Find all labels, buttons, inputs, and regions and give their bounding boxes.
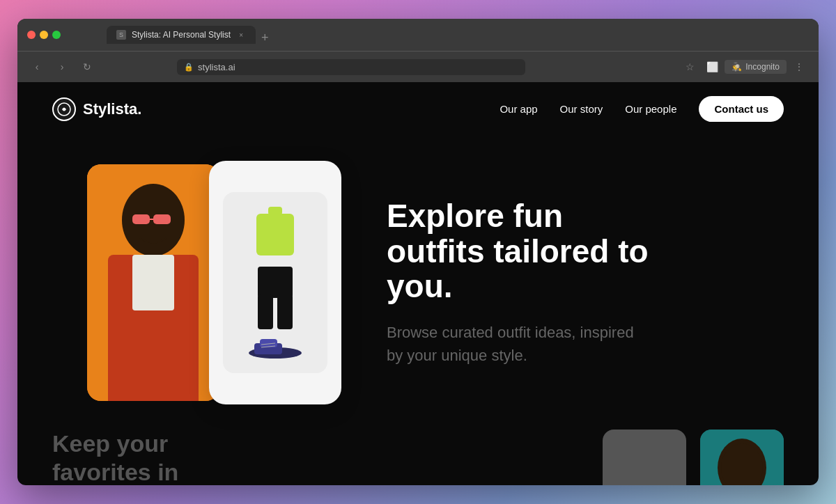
url-text: stylista.ai bbox=[198, 62, 235, 72]
nav-contact-us[interactable]: Contact us bbox=[699, 96, 784, 122]
peek-card-grey bbox=[603, 430, 686, 485]
tab-favicon: S bbox=[116, 30, 126, 40]
nav-our-people[interactable]: Our people bbox=[625, 103, 676, 115]
svg-rect-6 bbox=[153, 214, 171, 224]
bottom-peek-section: Keep your favorites in bbox=[17, 430, 819, 485]
nav-our-app[interactable]: Our app bbox=[500, 103, 537, 115]
more-button[interactable]: ⋮ bbox=[789, 57, 809, 77]
svg-rect-11 bbox=[258, 294, 273, 329]
hero-cards bbox=[87, 157, 345, 408]
logo-icon bbox=[52, 97, 76, 121]
svg-rect-18 bbox=[700, 430, 784, 485]
nav-actions: ☆ ⬜ 🕵 Incognito ⋮ bbox=[680, 57, 809, 77]
close-button[interactable] bbox=[27, 31, 36, 39]
tab-title: Stylista: AI Personal Stylist bbox=[132, 30, 231, 40]
person-figure bbox=[87, 164, 219, 401]
back-button[interactable]: ‹ bbox=[27, 57, 47, 77]
incognito-label: Incognito bbox=[745, 62, 780, 72]
peek-card-teal bbox=[700, 430, 784, 485]
minimize-button[interactable] bbox=[40, 31, 48, 39]
tab-bar: S Stylista: AI Personal Stylist × + bbox=[97, 26, 809, 44]
lock-icon: 🔒 bbox=[184, 63, 194, 72]
bottom-text-line1: Keep your bbox=[52, 430, 178, 458]
person-card bbox=[87, 164, 219, 401]
incognito-badge: 🕵 Incognito bbox=[725, 60, 787, 74]
browser-titlebar: S Stylista: AI Personal Stylist × + bbox=[17, 19, 819, 51]
nav-links: Our app Our story Our people Contact us bbox=[500, 96, 784, 122]
nav-our-story[interactable]: Our story bbox=[560, 103, 603, 115]
outfit-top-icon bbox=[251, 207, 300, 259]
outfit-shoe-icon bbox=[247, 338, 303, 359]
extensions-button[interactable]: ⬜ bbox=[702, 57, 722, 77]
hero-subtitle: Browse curated outfit ideas, inspired by… bbox=[387, 321, 651, 367]
website-content: Stylista. Our app Our story Our people C… bbox=[17, 82, 819, 485]
bookmark-button[interactable]: ☆ bbox=[680, 57, 699, 77]
site-navigation: Stylista. Our app Our story Our people C… bbox=[17, 82, 819, 136]
address-bar[interactable]: 🔒 stylista.ai bbox=[177, 59, 525, 75]
new-tab-button[interactable]: + bbox=[256, 31, 274, 44]
bottom-text-line2: favorites in bbox=[52, 458, 178, 485]
bottom-text: Keep your favorites in bbox=[52, 430, 178, 485]
outfit-items bbox=[223, 192, 327, 373]
refresh-button[interactable]: ↻ bbox=[77, 57, 97, 77]
hero-title: Explore fun outfits tailored to you. bbox=[387, 198, 651, 304]
browser-chrome: S Stylista: AI Personal Stylist × + ‹ › … bbox=[17, 19, 819, 82]
active-tab[interactable]: S Stylista: AI Personal Stylist × bbox=[107, 26, 256, 44]
incognito-icon: 🕵 bbox=[732, 62, 742, 72]
svg-rect-12 bbox=[277, 294, 293, 329]
browser-navbar: ‹ › ↻ 🔒 stylista.ai ☆ ⬜ 🕵 Incognito ⋮ bbox=[17, 51, 819, 82]
tab-close-button[interactable]: × bbox=[236, 30, 246, 40]
maximize-button[interactable] bbox=[52, 31, 61, 39]
traffic-lights bbox=[27, 31, 61, 39]
svg-rect-10 bbox=[258, 267, 293, 298]
svg-rect-9 bbox=[256, 214, 294, 255]
hero-text: Explore fun outfits tailored to you. Bro… bbox=[387, 198, 651, 367]
site-logo[interactable]: Stylista. bbox=[52, 97, 141, 121]
svg-rect-5 bbox=[132, 214, 150, 224]
hero-section: Explore fun outfits tailored to you. Bro… bbox=[17, 136, 819, 430]
outfit-card bbox=[209, 161, 341, 404]
browser-window: S Stylista: AI Personal Stylist × + ‹ › … bbox=[17, 19, 819, 485]
forward-button[interactable]: › bbox=[52, 57, 72, 77]
logo-text: Stylista. bbox=[83, 100, 141, 118]
svg-rect-4 bbox=[132, 255, 174, 310]
outfit-pants-icon bbox=[254, 267, 296, 329]
